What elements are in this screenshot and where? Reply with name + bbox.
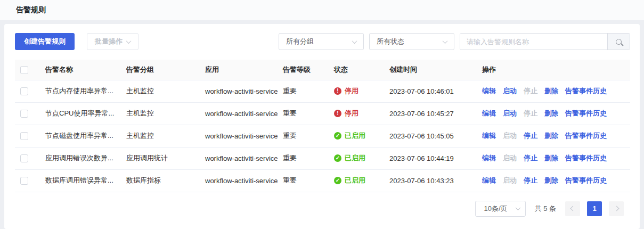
cell-alert-name: 节点磁盘使用率异常... [40, 125, 121, 147]
column-header-level: 告警等级 [278, 60, 329, 80]
alert-history-action[interactable]: 告警事件历史 [565, 109, 607, 117]
cell-actions: 编辑启动停止删除告警事件历史 [477, 125, 630, 147]
search-button[interactable] [607, 34, 630, 50]
cell-alert-level: 重要 [278, 80, 329, 102]
cell-actions: 编辑启动停止删除告警事件历史 [477, 80, 630, 102]
status-label: 已启用 [345, 153, 365, 163]
delete-action[interactable]: 删除 [544, 109, 558, 117]
cell-alert-name: 节点内存使用率异常... [40, 80, 121, 102]
stop-action: 停止 [524, 87, 537, 95]
edit-action[interactable]: 编辑 [482, 176, 496, 184]
cell-created-time: 2023-07-06 10:45:27 [384, 102, 477, 125]
table-row: 应用调用错误次数异... 应用调用统计 workflow-activiti-se… [15, 147, 630, 169]
cell-alert-group: 主机监控 [121, 102, 200, 125]
next-page-button[interactable] [609, 201, 624, 216]
row-checkbox[interactable] [20, 87, 28, 95]
cell-app: workflow-activiti-service [200, 102, 278, 125]
row-checkbox[interactable] [20, 154, 28, 162]
cell-alert-group: 主机监控 [121, 125, 200, 147]
start-action[interactable]: 启动 [503, 109, 517, 117]
row-checkbox[interactable] [20, 177, 28, 185]
delete-action[interactable]: 删除 [544, 154, 558, 162]
cell-alert-level: 重要 [278, 169, 329, 192]
column-header-created: 创建时间 [384, 60, 477, 80]
column-header-app: 应用 [200, 60, 278, 80]
group-filter-select[interactable]: 所有分组 [279, 33, 364, 50]
alert-rules-panel: 创建告警规则 批量操作 所有分组 所有状态 [4, 24, 640, 229]
page-size-select[interactable]: 10条/页 [475, 201, 526, 217]
cell-alert-group: 数据库指标 [121, 169, 200, 192]
edit-action[interactable]: 编辑 [482, 132, 496, 140]
edit-action[interactable]: 编辑 [482, 87, 496, 95]
delete-action[interactable]: 删除 [544, 176, 558, 184]
cell-app: workflow-activiti-service [200, 147, 278, 169]
row-checkbox[interactable] [20, 110, 28, 118]
stop-action[interactable]: 停止 [524, 176, 537, 184]
status-badge: ! 停用 [334, 109, 379, 118]
cell-alert-level: 重要 [278, 125, 329, 147]
table-body: 节点内存使用率异常... 主机监控 workflow-activiti-serv… [15, 80, 630, 192]
cell-actions: 编辑启动停止删除告警事件历史 [477, 169, 630, 192]
chevron-left-icon [570, 206, 575, 211]
alert-history-action[interactable]: 告警事件历史 [565, 132, 607, 140]
start-action: 启动 [503, 132, 517, 140]
status-badge: ✓ 已启用 [334, 153, 379, 163]
edit-action[interactable]: 编辑 [482, 154, 496, 162]
delete-action[interactable]: 删除 [544, 87, 558, 95]
top-header: 告警规则 [0, 0, 644, 20]
check-circle-icon: ✓ [334, 177, 341, 184]
cell-actions: 编辑启动停止删除告警事件历史 [477, 102, 630, 125]
table-row: 节点CPU使用率异常... 主机监控 workflow-activiti-ser… [15, 102, 630, 125]
chevron-right-icon [614, 206, 619, 211]
toolbar: 创建告警规则 批量操作 所有分组 所有状态 [15, 33, 630, 50]
table-row: 节点内存使用率异常... 主机监控 workflow-activiti-serv… [15, 80, 630, 102]
prev-page-button[interactable] [565, 201, 580, 216]
edit-action[interactable]: 编辑 [482, 109, 496, 117]
status-label: 停用 [345, 109, 358, 118]
table-row: 数据库调用错误异常... 数据库指标 workflow-activiti-ser… [15, 169, 630, 192]
batch-operation-label: 批量操作 [95, 37, 123, 46]
table-header-row: 告警名称 告警分组 应用 告警等级 状态 创建时间 操作 [15, 60, 630, 80]
stop-action[interactable]: 停止 [524, 154, 537, 162]
delete-action[interactable]: 删除 [544, 132, 558, 140]
alert-history-action[interactable]: 告警事件历史 [565, 154, 607, 162]
stop-action: 停止 [524, 109, 537, 117]
cell-alert-level: 重要 [278, 102, 329, 125]
cell-app: workflow-activiti-service [200, 169, 278, 192]
start-action: 启动 [503, 154, 517, 162]
select-all-checkbox[interactable] [20, 66, 28, 74]
check-circle-icon: ✓ [334, 132, 341, 140]
batch-operation-button[interactable]: 批量操作 [87, 33, 138, 50]
column-header-group: 告警分组 [121, 60, 200, 80]
page-number-active[interactable]: 1 [587, 201, 602, 216]
check-circle-icon: ✓ [334, 154, 341, 162]
cell-alert-name: 数据库调用错误异常... [40, 169, 121, 192]
start-action[interactable]: 启动 [503, 87, 517, 95]
cell-created-time: 2023-07-06 10:45:05 [384, 125, 477, 147]
cell-created-time: 2023-07-06 10:43:23 [384, 169, 477, 192]
stop-action[interactable]: 停止 [524, 132, 537, 140]
search-input[interactable] [460, 34, 607, 50]
cell-app: workflow-activiti-service [200, 125, 278, 147]
page-title: 告警规则 [16, 5, 46, 15]
create-alert-rule-button[interactable]: 创建告警规则 [15, 33, 75, 50]
status-filter-select[interactable]: 所有状态 [369, 33, 454, 50]
column-header-actions: 操作 [477, 60, 630, 80]
row-checkbox[interactable] [20, 132, 28, 140]
start-action: 启动 [503, 176, 517, 184]
table-row: 节点磁盘使用率异常... 主机监控 workflow-activiti-serv… [15, 125, 630, 147]
alert-history-action[interactable]: 告警事件历史 [565, 176, 607, 184]
cell-created-time: 2023-07-06 10:44:19 [384, 147, 477, 169]
chevron-down-icon [352, 38, 357, 44]
alert-history-action[interactable]: 告警事件历史 [565, 87, 607, 95]
status-badge: ✓ 已启用 [334, 176, 379, 185]
total-count: 共 5 条 [535, 204, 556, 214]
cell-actions: 编辑启动停止删除告警事件历史 [477, 147, 630, 169]
search-bar [460, 33, 630, 50]
column-header-name: 告警名称 [40, 60, 121, 80]
cell-alert-group: 主机监控 [121, 80, 200, 102]
chevron-down-icon [443, 38, 448, 44]
cell-created-time: 2023-07-06 10:46:01 [384, 80, 477, 102]
status-badge: ! 停用 [334, 86, 379, 96]
error-circle-icon: ! [334, 87, 341, 95]
